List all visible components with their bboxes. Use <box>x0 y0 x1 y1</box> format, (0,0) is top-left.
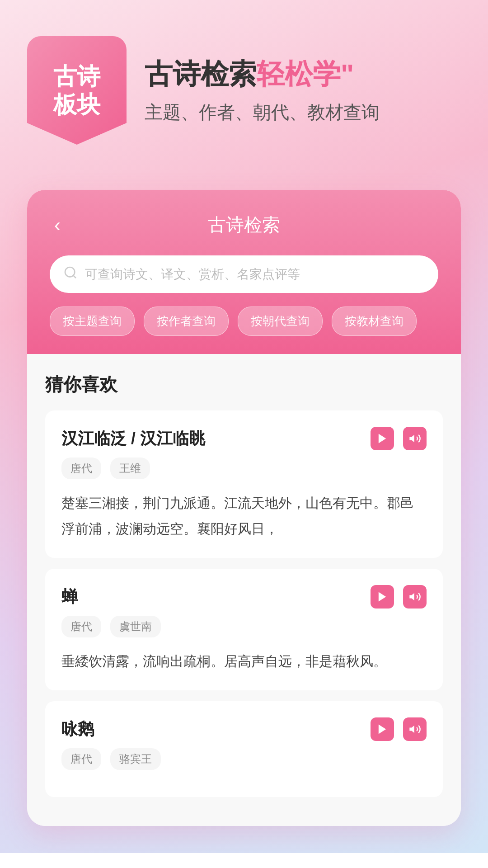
poem-content-1: 楚塞三湘接，荆门九派通。江流天地外，山色有无中。郡邑浮前浦，波澜动远空。襄阳好风… <box>61 490 427 542</box>
poem-card-3: 咏鹅 唐代 骆宾王 <box>45 701 443 797</box>
hero-subtitle: 主题、作者、朝代、教材查询 <box>145 100 461 125</box>
filter-tag-textbook[interactable]: 按教材查询 <box>332 307 417 336</box>
filter-tag-theme[interactable]: 按主题查询 <box>50 307 135 336</box>
svg-marker-2 <box>379 434 386 443</box>
bottom-bar: FIt <box>0 853 488 868</box>
poem-actions-3 <box>371 717 427 741</box>
poem-dynasty-2: 唐代 <box>61 616 101 637</box>
poem-author-1: 王维 <box>110 458 150 479</box>
svg-marker-3 <box>379 592 386 602</box>
poem-author-2: 虞世南 <box>110 616 161 637</box>
section-title: 猜你喜欢 <box>45 372 443 397</box>
play-button-3[interactable] <box>371 717 394 741</box>
poem-title-3: 咏鹅 <box>61 718 94 741</box>
filter-tags: 按主题查询 按作者查询 按朝代查询 按教材查询 <box>50 307 438 336</box>
hero-section: 古诗 板块 古诗检索轻松学" 主题、作者、朝代、教材查询 <box>0 0 488 172</box>
hero-content: 古诗检索轻松学" 主题、作者、朝代、教材查询 <box>145 56 461 125</box>
badge-text: 古诗 板块 <box>53 62 100 119</box>
play-button-1[interactable] <box>371 427 394 450</box>
phone-mockup: ‹ 古诗检索 可查询诗文、译文、赏析、名家点评等 按主题查询 按作者查询 按朝代… <box>27 190 461 826</box>
svg-line-1 <box>73 275 76 278</box>
phone-header: ‹ 古诗检索 可查询诗文、译文、赏析、名家点评等 按主题查询 按作者查询 按朝代… <box>27 190 461 354</box>
poem-actions-1 <box>371 427 427 450</box>
poem-title-2: 蝉 <box>61 586 78 608</box>
content-section: 猜你喜欢 汉江临泛 / 汉江临眺 唐代 王维 楚塞三湘接，荆门九派通。江流天地 <box>27 354 461 826</box>
badge-line1: 古诗 <box>53 63 100 90</box>
poem-content-2: 垂緌饮清露，流响出疏桐。居高声自远，非是藉秋风。 <box>61 648 427 674</box>
back-button[interactable]: ‹ <box>50 210 65 241</box>
phone-title: 古诗检索 <box>208 212 280 237</box>
play-button-2[interactable] <box>371 585 394 609</box>
audio-button-2[interactable] <box>403 585 427 609</box>
poem-meta-1: 唐代 王维 <box>61 458 427 479</box>
filter-tag-dynasty[interactable]: 按朝代查询 <box>238 307 323 336</box>
hero-title-normal: 古诗检索 <box>145 58 257 90</box>
poem-meta-3: 唐代 骆宾王 <box>61 748 427 770</box>
filter-tag-author[interactable]: 按作者查询 <box>144 307 229 336</box>
poem-header-1: 汉江临泛 / 汉江临眺 <box>61 427 427 450</box>
hero-title-accent: 轻松学 <box>257 58 341 90</box>
search-bar[interactable]: 可查询诗文、译文、赏析、名家点评等 <box>50 255 438 293</box>
poem-title-1: 汉江临泛 / 汉江临眺 <box>61 428 205 450</box>
audio-button-3[interactable] <box>403 717 427 741</box>
svg-point-0 <box>65 267 75 277</box>
poem-header-2: 蝉 <box>61 585 427 609</box>
search-placeholder: 可查询诗文、译文、赏析、名家点评等 <box>85 266 300 283</box>
hero-title-quote: " <box>341 58 354 90</box>
poem-actions-2 <box>371 585 427 609</box>
poem-dynasty-1: 唐代 <box>61 458 101 479</box>
poem-card-1: 汉江临泛 / 汉江临眺 唐代 王维 楚塞三湘接，荆门九派通。江流天地外，山色有无… <box>45 410 443 558</box>
search-icon <box>63 265 78 283</box>
svg-marker-4 <box>379 725 386 734</box>
poem-header-3: 咏鹅 <box>61 717 427 741</box>
poem-dynasty-3: 唐代 <box>61 748 101 770</box>
badge-line2: 板块 <box>53 91 100 118</box>
poem-card-2: 蝉 唐代 虞世南 垂緌饮清露，流响出疏桐。居高声自远，非是藉秋风。 <box>45 569 443 690</box>
poem-meta-2: 唐代 虞世南 <box>61 616 427 637</box>
hero-title: 古诗检索轻松学" <box>145 56 461 93</box>
poem-author-3: 骆宾王 <box>110 748 161 770</box>
phone-nav: ‹ 古诗检索 <box>50 212 438 237</box>
badge: 古诗 板块 <box>27 36 127 145</box>
audio-button-1[interactable] <box>403 427 427 450</box>
